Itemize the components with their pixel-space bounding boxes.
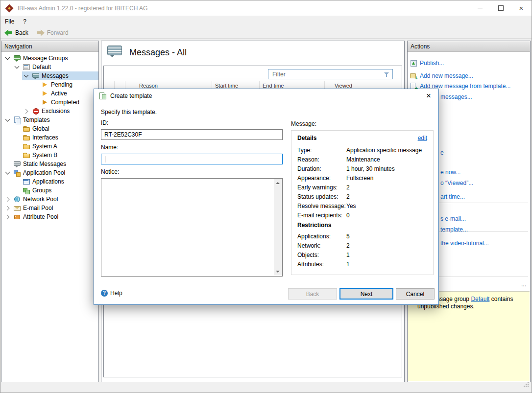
dialog-next-button[interactable]: Next [339,288,393,300]
tree-item-exclusions[interactable]: Exclusions [1,107,98,116]
menu-file[interactable]: File [0,16,19,27]
chevron-down-icon[interactable] [3,116,12,124]
tree-item-groups[interactable]: Groups [1,186,98,195]
chevron-right-icon[interactable] [3,212,12,221]
summary-row-network: Network:2 [297,241,427,250]
summary-value: 5 [346,233,427,240]
tree-item-system-b[interactable]: System B [1,151,98,160]
tree-item-label: Templates [23,116,50,123]
notice-textarea[interactable] [101,178,283,277]
name-input[interactable] [101,154,283,164]
applications-icon [23,178,30,185]
close-button[interactable]: × [511,0,532,16]
tree-item-default[interactable]: Default [1,63,98,71]
filter-funnel-icon[interactable] [384,71,390,78]
filter-input[interactable]: Filter [268,69,393,79]
tree-item-attribute-pool[interactable]: Attribute Pool [1,212,98,221]
action-more[interactable]: ... [521,279,526,289]
tree-item-e-mail-pool[interactable]: E-mail Pool [1,204,98,212]
action-add-new-message[interactable]: Add new message... [408,71,530,81]
action-label: e now... [440,169,460,176]
help-icon [101,290,108,297]
action-label: s e-mail... [440,215,466,222]
summary-value: 2 [346,242,427,249]
dialog-subtitle: Specify this template. [101,109,157,116]
notice-scrollbar[interactable] [274,179,282,276]
attribute-pool-icon [14,213,21,221]
tree-item-static-messages[interactable]: Static Messages [1,160,98,168]
scrollbar-down-icon[interactable] [274,268,282,276]
tree-item-global[interactable]: Global [1,124,98,133]
chevron-spacer [13,186,21,195]
network-pool-icon [14,196,21,203]
chevron-right-icon[interactable] [3,204,12,212]
tree-item-application-pool[interactable]: Application Pool [1,168,98,177]
chevron-right-icon[interactable] [22,107,30,116]
minimize-button[interactable] [470,0,490,16]
messages-page-icon [107,45,123,59]
summary-row-applications: Applications:5 [297,231,427,241]
text-caret [105,156,105,162]
tree-item-active[interactable]: Active [1,89,98,98]
resize-grip[interactable] [524,386,525,387]
folder-icon [23,125,30,133]
minimize-icon [478,8,483,8]
maximize-button[interactable] [490,0,511,16]
message-summary-box: Details edit Type:Application specific m… [291,130,434,275]
action-publish[interactable]: Publish... [408,58,530,68]
tree-item-messages[interactable]: Messages [1,71,98,80]
summary-value: 1 hour, 30 minutes [346,165,427,172]
email-pool-icon [14,205,21,212]
summary-row-e-mail-recipients: E-mail recipients:0 [297,210,427,220]
summary-label: Objects: [297,252,346,258]
summary-row-resolve-message: Resolve message:Yes [297,201,427,210]
details-header: Details [297,135,316,141]
tree-item-label: Interfaces [32,134,58,141]
tree-item-interfaces[interactable]: Interfaces [1,133,98,142]
tree-item-completed[interactable]: Completed [1,98,98,107]
chevron-spacer [31,80,40,89]
edit-link[interactable]: edit [418,135,427,141]
chevron-down-icon[interactable] [3,168,12,177]
chevron-down-icon[interactable] [22,71,30,80]
active-icon [42,90,49,97]
id-label: ID: [101,119,108,126]
default-group-link[interactable]: Default [471,296,489,302]
summary-value: 0 [346,212,427,219]
chevron-down-icon[interactable] [13,63,21,71]
add-message-icon [410,72,417,80]
dialog-close-icon[interactable]: × [421,91,436,101]
scrollbar-up-icon[interactable] [274,179,282,187]
menu-help[interactable]: ? [19,16,31,27]
dialog-back-button[interactable]: Back [288,288,337,300]
templates-icon [14,116,21,124]
tree-item-system-a[interactable]: System A [1,142,98,151]
help-link[interactable]: Help [101,290,122,297]
tree-item-pending[interactable]: Pending [1,80,98,89]
folder-icon [23,143,30,150]
chevron-down-icon[interactable] [3,54,12,63]
tree-item-templates[interactable]: Templates [1,116,98,124]
action-label: Publish... [420,60,444,67]
tree-item-message-groups[interactable]: Message Groups [1,54,98,63]
summary-row-early-warnings: Early warnings:2 [297,183,427,192]
summary-label: Status updates: [297,193,346,200]
back-button[interactable]: Back [0,27,32,38]
dialog-title-bar[interactable]: Create template × [94,89,438,103]
close-icon: × [519,4,524,12]
action-label: art time... [440,193,465,200]
tree-item-applications[interactable]: Applications [1,177,98,186]
action-label: o “Viewed”... [440,180,473,186]
tree-item-network-pool[interactable]: Network Pool [1,195,98,204]
title-bar[interactable]: IBI-aws Admin 1.22.0 - registered for IB… [0,0,532,16]
restrictions-rows: Applications:5Network:2Objects:1Attribut… [297,231,427,269]
message-group-icon [23,64,30,71]
id-input[interactable]: RT-2E52C30F [101,129,283,140]
app-icon [5,4,13,12]
chevron-right-icon[interactable] [3,195,12,204]
groups-icon [23,187,30,194]
tree-item-label: Pending [51,81,73,88]
chevron-spacer [13,142,21,151]
forward-button[interactable]: Forward [32,27,73,38]
dialog-cancel-button[interactable]: Cancel [396,288,435,300]
